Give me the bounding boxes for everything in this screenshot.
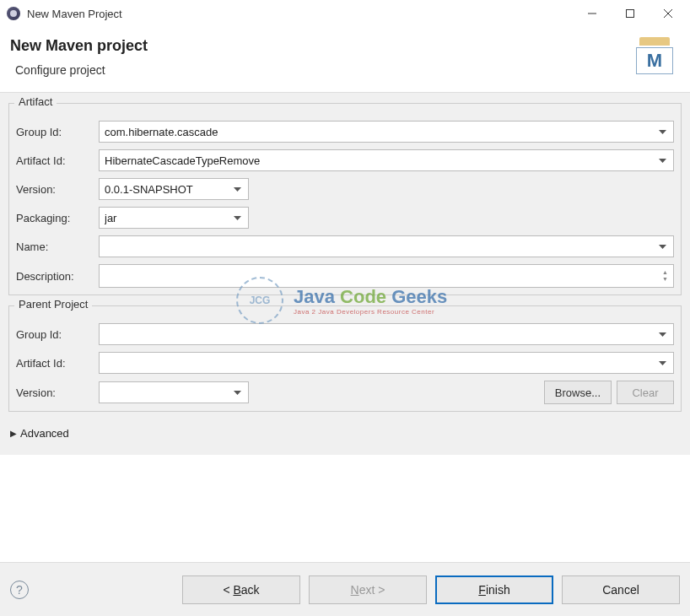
advanced-expander[interactable]: ▶ Advanced [8,422,682,451]
minimize-button[interactable] [573,1,611,26]
help-button[interactable]: ? [10,581,29,599]
version-combo[interactable]: 0.0.1-SNAPSHOT [99,178,249,200]
packaging-combo[interactable]: jar [99,207,249,229]
parent-group-id-combo[interactable] [99,323,674,345]
close-button[interactable] [649,1,687,26]
back-button[interactable]: < Back [182,575,300,604]
group-id-combo[interactable]: com.hibernate.cascade [99,121,674,143]
group-id-value: com.hibernate.cascade [105,126,656,138]
spinner-icon: ▲▼ [662,270,668,282]
parent-project-group: Parent Project Group Id: Artifact Id: Ve… [8,305,682,412]
parent-version-combo[interactable] [99,381,249,403]
group-id-label: Group Id: [16,126,94,138]
window-title: New Maven Project [27,8,122,20]
clear-button[interactable]: Clear [617,381,674,404]
name-combo[interactable] [99,235,674,257]
wizard-header: New Maven project Configure project M [0,27,690,92]
version-value: 0.0.1-SNAPSHOT [105,183,231,196]
chevron-down-icon [656,361,668,365]
chevron-down-icon [231,187,243,192]
artifact-id-combo[interactable]: HibernateCascadeTypeRemove [99,149,674,171]
packaging-value: jar [105,212,231,224]
parent-version-label: Version: [16,386,94,399]
svg-rect-1 [626,10,633,18]
chevron-down-icon [231,391,243,395]
chevron-down-icon [656,130,668,134]
triangle-right-icon: ▶ [10,429,17,438]
cancel-button[interactable]: Cancel [562,575,680,604]
chevron-down-icon [656,245,668,249]
artifact-id-value: HibernateCascadeTypeRemove [105,154,656,167]
parent-legend: Parent Project [14,298,92,311]
parent-artifact-id-combo[interactable] [99,352,674,374]
advanced-label: Advanced [20,427,69,440]
titlebar: New Maven Project [0,0,690,27]
parent-group-id-label: Group Id: [16,328,94,341]
maximize-button[interactable] [611,1,649,26]
wizard-footer: ? < Back Next > Finish Cancel [0,562,690,616]
parent-artifact-id-label: Artifact Id: [16,357,94,370]
chevron-down-icon [656,332,668,337]
packaging-label: Packaging: [16,212,94,224]
description-label: Description: [16,270,94,283]
artifact-group: Artifact Group Id: com.hibernate.cascade… [8,103,682,295]
artifact-legend: Artifact [14,95,57,108]
chevron-down-icon [231,216,243,220]
eclipse-icon [7,7,20,20]
artifact-id-label: Artifact Id: [16,154,94,167]
page-title: New Maven project [10,37,148,55]
name-label: Name: [16,240,94,253]
description-text[interactable]: ▲▼ [99,264,674,288]
chevron-down-icon [656,159,668,163]
next-button: Next > [309,575,427,604]
page-subtitle: Configure project [10,63,148,77]
finish-button[interactable]: Finish [435,575,553,604]
browse-button[interactable]: Browse... [544,381,612,404]
maven-wizard-icon: M [634,37,675,74]
version-label: Version: [16,183,94,196]
wizard-body: Artifact Group Id: com.hibernate.cascade… [0,92,690,455]
